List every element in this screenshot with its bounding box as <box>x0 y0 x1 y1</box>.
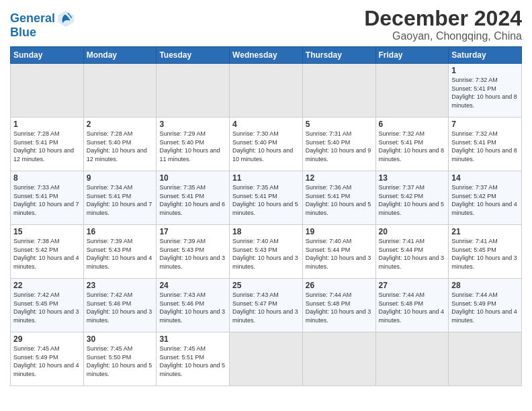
day-number: 28 <box>451 281 519 290</box>
calendar-cell: 15Sunrise: 7:38 AMSunset: 5:42 PMDayligh… <box>11 225 84 279</box>
calendar-cell: 19Sunrise: 7:40 AMSunset: 5:44 PMDayligh… <box>302 225 375 279</box>
location-title: Gaoyan, Chongqing, China <box>364 30 522 42</box>
calendar-cell: 28Sunrise: 7:44 AMSunset: 5:49 PMDayligh… <box>449 279 522 332</box>
calendar-cell: 22Sunrise: 7:42 AMSunset: 5:45 PMDayligh… <box>11 279 84 332</box>
day-number: 15 <box>13 227 81 236</box>
day-info: Sunrise: 7:37 AMSunset: 5:42 PMDaylight:… <box>451 183 519 217</box>
day-info: Sunrise: 7:41 AMSunset: 5:45 PMDaylight:… <box>451 237 519 271</box>
calendar-cell <box>449 332 522 386</box>
day-info: Sunrise: 7:40 AMSunset: 5:43 PMDaylight:… <box>232 237 300 271</box>
calendar-cell <box>157 64 230 118</box>
day-info: Sunrise: 7:45 AMSunset: 5:49 PMDaylight:… <box>13 345 81 378</box>
day-info: Sunrise: 7:36 AMSunset: 5:41 PMDaylight:… <box>306 183 373 217</box>
day-number: 19 <box>306 227 373 236</box>
calendar-cell: 10Sunrise: 7:35 AMSunset: 5:41 PMDayligh… <box>157 171 230 225</box>
calendar-cell: 7Sunrise: 7:32 AMSunset: 5:41 PMDaylight… <box>449 118 522 171</box>
calendar-cell: 4Sunrise: 7:30 AMSunset: 5:40 PMDaylight… <box>230 118 303 171</box>
day-info: Sunrise: 7:38 AMSunset: 5:42 PMDaylight:… <box>13 237 81 271</box>
day-info: Sunrise: 7:44 AMSunset: 5:49 PMDaylight:… <box>451 291 519 324</box>
calendar-cell: 21Sunrise: 7:41 AMSunset: 5:45 PMDayligh… <box>449 225 522 279</box>
day-info: Sunrise: 7:35 AMSunset: 5:41 PMDaylight:… <box>159 183 226 217</box>
calendar-cell: 14Sunrise: 7:37 AMSunset: 5:42 PMDayligh… <box>449 171 522 225</box>
calendar-cell: 29Sunrise: 7:45 AMSunset: 5:49 PMDayligh… <box>11 332 84 386</box>
day-info: Sunrise: 7:41 AMSunset: 5:44 PMDaylight:… <box>379 237 446 271</box>
calendar-cell: 13Sunrise: 7:37 AMSunset: 5:42 PMDayligh… <box>375 171 449 225</box>
calendar-cell: 1Sunrise: 7:28 AMSunset: 5:41 PMDaylight… <box>11 118 84 171</box>
calendar-cell: 24Sunrise: 7:43 AMSunset: 5:46 PMDayligh… <box>157 279 230 332</box>
calendar-cell <box>375 64 449 118</box>
calendar-cell <box>230 332 303 386</box>
calendar-table: SundayMondayTuesdayWednesdayThursdayFrid… <box>10 46 522 386</box>
calendar-cell: 17Sunrise: 7:39 AMSunset: 5:43 PMDayligh… <box>157 225 230 279</box>
day-info: Sunrise: 7:42 AMSunset: 5:46 PMDaylight:… <box>87 291 154 324</box>
title-area: December 2024 Gaoyan, Chongqing, China <box>364 7 522 42</box>
day-number: 27 <box>379 281 446 290</box>
calendar-cell: 27Sunrise: 7:44 AMSunset: 5:48 PMDayligh… <box>375 279 449 332</box>
day-number: 29 <box>13 334 81 344</box>
day-number: 30 <box>87 334 154 344</box>
day-info: Sunrise: 7:43 AMSunset: 5:47 PMDaylight:… <box>232 291 300 324</box>
calendar-cell <box>11 64 84 118</box>
day-number: 4 <box>232 120 300 129</box>
day-number: 6 <box>379 120 446 129</box>
day-info: Sunrise: 7:43 AMSunset: 5:46 PMDaylight:… <box>159 291 226 324</box>
weekday-header: Friday <box>375 47 449 64</box>
calendar-cell: 12Sunrise: 7:36 AMSunset: 5:41 PMDayligh… <box>302 171 375 225</box>
day-info: Sunrise: 7:35 AMSunset: 5:41 PMDaylight:… <box>232 183 300 217</box>
calendar-cell <box>302 64 375 118</box>
day-number: 12 <box>306 173 373 183</box>
day-info: Sunrise: 7:39 AMSunset: 5:43 PMDaylight:… <box>159 237 226 271</box>
day-number: 21 <box>451 227 519 236</box>
logo-icon <box>56 9 75 28</box>
weekday-header: Sunday <box>11 47 84 64</box>
day-info: Sunrise: 7:45 AMSunset: 5:51 PMDaylight:… <box>159 345 226 378</box>
calendar-cell <box>230 64 303 118</box>
day-info: Sunrise: 7:29 AMSunset: 5:40 PMDaylight:… <box>159 130 226 163</box>
day-number: 1 <box>451 66 519 75</box>
calendar-cell <box>83 64 157 118</box>
day-number: 23 <box>87 281 154 290</box>
weekday-header: Wednesday <box>230 47 303 64</box>
day-number: 26 <box>306 281 373 290</box>
calendar-cell: 2Sunrise: 7:28 AMSunset: 5:40 PMDaylight… <box>83 118 157 171</box>
day-number: 14 <box>451 173 519 183</box>
day-info: Sunrise: 7:45 AMSunset: 5:50 PMDaylight:… <box>87 345 154 378</box>
weekday-header: Monday <box>83 47 157 64</box>
day-info: Sunrise: 7:44 AMSunset: 5:48 PMDaylight:… <box>306 291 373 324</box>
calendar-cell: 23Sunrise: 7:42 AMSunset: 5:46 PMDayligh… <box>83 279 157 332</box>
day-number: 7 <box>451 120 519 129</box>
day-number: 24 <box>159 281 226 290</box>
calendar-cell <box>302 332 375 386</box>
calendar-cell <box>375 332 449 386</box>
day-number: 25 <box>232 281 300 290</box>
day-info: Sunrise: 7:32 AMSunset: 5:41 PMDaylight:… <box>379 130 446 163</box>
day-info: Sunrise: 7:32 AMSunset: 5:41 PMDaylight:… <box>451 130 519 163</box>
day-number: 1 <box>13 120 81 129</box>
day-info: Sunrise: 7:39 AMSunset: 5:43 PMDaylight:… <box>87 237 154 271</box>
day-number: 3 <box>159 120 226 129</box>
day-number: 9 <box>87 173 154 183</box>
calendar-cell: 16Sunrise: 7:39 AMSunset: 5:43 PMDayligh… <box>83 225 157 279</box>
day-number: 13 <box>379 173 446 183</box>
calendar-cell: 31Sunrise: 7:45 AMSunset: 5:51 PMDayligh… <box>157 332 230 386</box>
day-info: Sunrise: 7:42 AMSunset: 5:45 PMDaylight:… <box>13 291 81 324</box>
day-number: 22 <box>13 281 81 290</box>
calendar-cell: 1Sunrise: 7:32 AMSunset: 5:41 PMDaylight… <box>449 64 522 118</box>
day-info: Sunrise: 7:30 AMSunset: 5:40 PMDaylight:… <box>232 130 300 163</box>
day-number: 20 <box>379 227 446 236</box>
day-number: 31 <box>159 334 226 344</box>
weekday-header: Saturday <box>449 47 522 64</box>
weekday-header: Tuesday <box>157 47 230 64</box>
day-number: 5 <box>306 120 373 129</box>
logo-text: General <box>10 12 55 26</box>
day-info: Sunrise: 7:31 AMSunset: 5:40 PMDaylight:… <box>306 130 373 163</box>
day-number: 10 <box>159 173 226 183</box>
header: General Blue December 2024 Gaoyan, Chong… <box>10 7 522 42</box>
day-number: 16 <box>87 227 154 236</box>
day-number: 18 <box>232 227 300 236</box>
weekday-header: Thursday <box>302 47 375 64</box>
calendar-cell: 11Sunrise: 7:35 AMSunset: 5:41 PMDayligh… <box>230 171 303 225</box>
calendar-cell: 5Sunrise: 7:31 AMSunset: 5:40 PMDaylight… <box>302 118 375 171</box>
calendar-cell: 8Sunrise: 7:33 AMSunset: 5:41 PMDaylight… <box>11 171 84 225</box>
day-info: Sunrise: 7:28 AMSunset: 5:40 PMDaylight:… <box>87 130 154 163</box>
